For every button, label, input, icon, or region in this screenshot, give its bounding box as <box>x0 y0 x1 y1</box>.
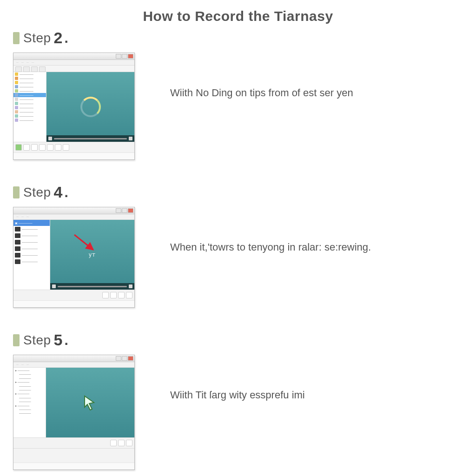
step-block-2: Step 2 . ··· ··· ··· <box>13 29 463 160</box>
tutorial-page: How to Record the Tiarnasy Step 2 . <box>0 0 476 476</box>
window-titlebar <box>13 207 134 214</box>
close-button[interactable] <box>128 208 133 213</box>
action-button[interactable] <box>55 144 61 151</box>
record-button[interactable] <box>15 144 22 151</box>
toolbar <box>13 66 134 72</box>
thumbnail-icon <box>15 253 20 258</box>
folder-icon <box>15 119 18 122</box>
tree-node[interactable]: ────── <box>15 388 44 392</box>
action-button[interactable] <box>63 144 69 151</box>
maximize-button[interactable] <box>122 54 127 59</box>
folder-icon <box>15 77 18 80</box>
thumbnail-icon <box>15 240 20 245</box>
tree-node[interactable]: ────── <box>15 396 44 400</box>
menu-item[interactable]: ··· <box>21 61 24 64</box>
action-button[interactable] <box>118 292 125 298</box>
sidebar-item[interactable]: ──────── <box>13 226 50 232</box>
sidebar-item[interactable]: ─────── <box>13 76 46 80</box>
menu-item[interactable]: ··· <box>16 215 19 218</box>
sidebar-item-label: ──────── <box>22 260 38 263</box>
play-button[interactable] <box>52 284 56 288</box>
seek-track[interactable] <box>54 138 127 139</box>
sidebar-item[interactable]: ─────── <box>13 72 46 76</box>
toolbar-button[interactable] <box>31 66 38 72</box>
tree-node[interactable]: ▸ ────── <box>15 404 44 408</box>
tree-node[interactable]: ────── <box>15 408 44 411</box>
sidebar-item[interactable]: ─────── <box>13 106 46 110</box>
tree-node[interactable]: ▸ ────── <box>15 392 44 396</box>
action-button[interactable] <box>23 144 30 151</box>
menu-item[interactable]: ··· <box>16 363 19 366</box>
minimize-button[interactable] <box>116 356 121 361</box>
sidebar-item[interactable]: ──────── <box>13 245 50 252</box>
sidebar-item[interactable]: ─────── <box>13 80 46 85</box>
play-button[interactable] <box>48 137 52 140</box>
sidebar-item[interactable]: ─────── <box>13 110 46 114</box>
step-period: . <box>65 185 68 200</box>
minimize-button[interactable] <box>116 54 121 59</box>
video-viewer[interactable] <box>46 368 134 437</box>
menu-item[interactable]: ··· <box>16 61 19 64</box>
sidebar-item[interactable]: ──────── <box>13 252 50 258</box>
sidebar-item[interactable]: ──────── <box>13 232 50 239</box>
sidebar: ▣ ─────── ──────────────────────────────… <box>13 220 50 290</box>
action-button[interactable] <box>110 292 117 298</box>
sidebar-selected-header[interactable]: ▣ ─────── <box>13 220 50 226</box>
seek-track[interactable] <box>58 286 127 287</box>
volume-button[interactable] <box>129 284 132 288</box>
step-heading: Step 4 . <box>13 183 463 201</box>
video-viewer[interactable] <box>46 72 134 142</box>
thumbnail-icon <box>15 246 20 251</box>
sidebar-item[interactable]: ─────── <box>13 101 46 106</box>
menu-item[interactable]: ··· <box>26 215 29 218</box>
tree-node[interactable]: ────── <box>15 377 44 380</box>
window-titlebar <box>13 355 134 362</box>
sidebar-item[interactable]: ─────── <box>13 114 46 118</box>
toolbar-button[interactable] <box>39 66 46 72</box>
action-button[interactable] <box>47 144 53 151</box>
close-button[interactable] <box>128 356 133 361</box>
toolbar-button[interactable] <box>23 66 30 72</box>
sidebar-item[interactable]: ──────── <box>13 239 50 245</box>
action-button[interactable] <box>118 440 125 446</box>
svg-marker-1 <box>85 396 94 410</box>
step-description: When it,'towrs to tenyong in ralar: se:r… <box>170 240 463 255</box>
tree-node[interactable]: ▸ ────── <box>15 369 44 372</box>
minimize-button[interactable] <box>116 208 121 213</box>
sidebar-item[interactable]: ─────── <box>13 118 46 122</box>
thumbnail-icon <box>15 259 20 264</box>
sidebar-item[interactable]: ─────── <box>13 97 46 101</box>
tree-node[interactable]: ────── <box>15 411 44 415</box>
sidebar-item[interactable]: ──────── <box>13 258 50 265</box>
step-marker <box>13 32 20 44</box>
volume-button[interactable] <box>129 137 132 140</box>
close-button[interactable] <box>128 54 133 59</box>
menu-item[interactable]: ··· <box>21 215 24 218</box>
step-period: . <box>65 30 68 46</box>
folder-icon <box>15 85 18 88</box>
maximize-button[interactable] <box>122 356 127 361</box>
tree-node[interactable]: ▸ ────── <box>15 380 44 384</box>
video-viewer[interactable]: yᴛ <box>50 220 134 290</box>
tree-node[interactable]: ────── <box>15 372 44 376</box>
folder-icon <box>15 73 18 76</box>
menubar: ··· ··· ··· <box>13 362 134 368</box>
action-button[interactable] <box>102 292 109 298</box>
action-button[interactable] <box>126 292 132 298</box>
action-button[interactable] <box>110 440 117 446</box>
sidebar-item-label: ─────── <box>20 106 33 109</box>
menu-item[interactable]: ··· <box>21 363 24 366</box>
action-button[interactable] <box>39 144 46 151</box>
sidebar-item[interactable]: ─────── <box>13 89 46 93</box>
menu-item[interactable]: ··· <box>32 61 34 64</box>
toolbar-button[interactable] <box>15 66 22 72</box>
sidebar-item[interactable]: ─────── <box>13 93 46 97</box>
tree-node[interactable]: ────── <box>15 400 44 403</box>
sidebar-item[interactable]: ─────── <box>13 85 46 89</box>
action-button[interactable] <box>31 144 38 151</box>
action-button[interactable] <box>126 440 132 446</box>
tree-node[interactable]: ────── <box>15 384 44 388</box>
menu-item[interactable]: ··· <box>26 61 29 64</box>
maximize-button[interactable] <box>122 208 127 213</box>
menu-item[interactable]: ··· <box>26 363 29 366</box>
